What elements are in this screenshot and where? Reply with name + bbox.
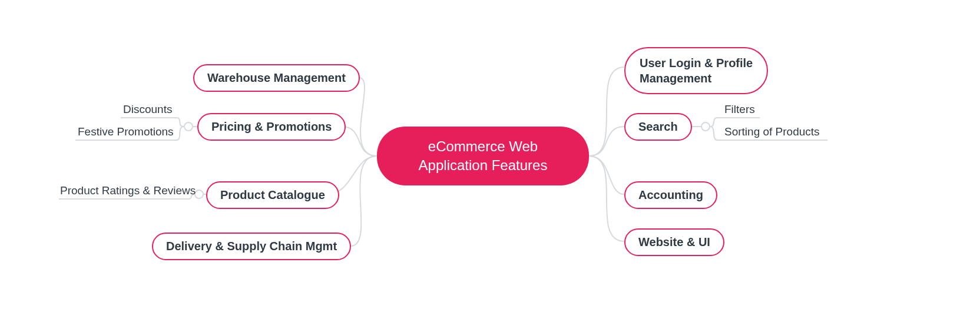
node-label: Accounting (638, 188, 703, 202)
leaf-discounts[interactable]: Discounts (123, 103, 172, 116)
node-product-catalogue[interactable]: Product Catalogue (206, 181, 339, 209)
svg-point-3 (195, 190, 203, 198)
svg-point-5 (701, 122, 710, 131)
node-pricing-promotions[interactable]: Pricing & Promotions (197, 113, 346, 141)
node-delivery-supply-chain[interactable]: Delivery & Supply Chain Mgmt (152, 233, 351, 260)
node-label: Website & UI (638, 235, 710, 249)
leaf-filters[interactable]: Filters (724, 103, 755, 116)
center-node[interactable]: eCommerce Web Application Features (377, 127, 589, 185)
node-search[interactable]: Search (624, 113, 692, 141)
center-title: eCommerce Web Application Features (419, 137, 548, 175)
node-website-ui[interactable]: Website & UI (624, 228, 724, 256)
leaf-sorting-of-products[interactable]: Sorting of Products (724, 125, 820, 138)
node-warehouse-management[interactable]: Warehouse Management (193, 64, 360, 92)
leaf-festive-promotions[interactable]: Festive Promotions (78, 125, 174, 138)
node-label: Search (638, 120, 678, 134)
leaf-product-ratings-reviews[interactable]: Product Ratings & Reviews (60, 184, 196, 197)
node-accounting[interactable]: Accounting (624, 181, 717, 209)
node-label: Pricing & Promotions (211, 120, 332, 134)
node-user-login-profile[interactable]: User Login & Profile Management (624, 47, 768, 94)
node-label: Product Catalogue (220, 188, 325, 202)
node-label: User Login & Profile Management (640, 55, 753, 86)
node-label: Delivery & Supply Chain Mgmt (166, 240, 337, 253)
svg-point-1 (184, 122, 193, 131)
node-label: Warehouse Management (207, 71, 346, 85)
